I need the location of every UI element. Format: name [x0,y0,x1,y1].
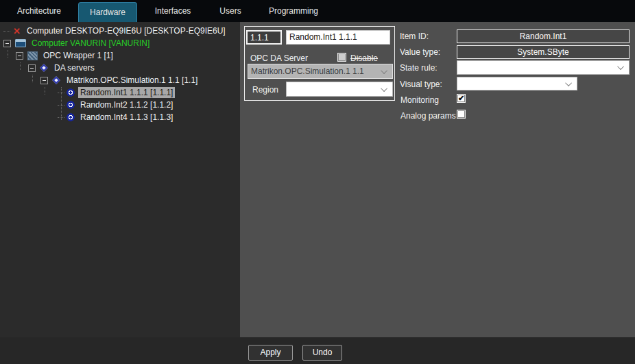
tree-item-label: Random.Int1 1.1.1 [1.1.1] [78,87,175,98]
main-tab-bar: Architecture Hardware Interfaces Users P… [0,0,635,22]
analog-params-checkbox[interactable] [457,110,466,119]
state-rule-label: State rule: [400,63,438,73]
region-dropdown[interactable] [286,82,393,97]
value-type-field[interactable]: System.SByte [457,45,630,59]
collapse-toggle-icon[interactable] [28,64,36,72]
tree-item-matrikon-server[interactable]: Matrikon.OPC.Simulation.1 1.1 [1.1] [0,74,240,86]
tree-item-da-servers[interactable]: DA servers [0,62,240,74]
diamond-icon [52,76,60,84]
item-id-label: Item ID: [400,32,429,41]
tab-interfaces[interactable]: Interfaces [137,0,208,22]
diamond-icon [40,64,47,71]
tree-connector [8,50,8,58]
tree-item-random-int1[interactable]: Random.Int1 1.1.1 [1.1.1] [0,86,240,99]
tree-item-opc-wrapper[interactable]: OPC Wrapper 1 [1] [0,49,240,62]
opc-configurator-window: Architecture Hardware Interfaces Users P… [0,0,635,364]
hardware-tree: Computer DESKTOP-EQ9IE6U [DESKTOP-EQ9IE6… [0,22,240,337]
opc-wrapper-icon [27,51,38,60]
tree-item-label: Computer DESKTOP-EQ9IE6U [DESKTOP-EQ9IE6… [25,25,228,36]
tree-connector [61,87,62,120]
tree-item-label: OPC Wrapper 1 [1] [41,50,115,61]
tag-bullseye-icon [67,113,75,121]
collapse-toggle-icon[interactable] [16,52,23,60]
action-bar: Apply Undo [0,337,635,364]
visual-type-dropdown[interactable] [457,77,577,90]
opc-da-server-dropdown[interactable]: Matrikon.OPC.Simulation.1 1.1 [248,64,393,79]
tree-item-label: Random.Int2 1.1.2 [1.1.2] [78,99,175,110]
opc-da-server-dropdown-value: Matrikon.OPC.Simulation.1 1.1 [251,66,383,76]
item-editor-panel: 1.1.1 Random.Int1 1.1.1 OPC DA Server Di… [240,22,635,337]
tree-item-label: DA servers [52,62,97,73]
disable-checkbox[interactable] [337,53,346,62]
tree-item-label: Matrikon.OPC.Simulation.1 1.1 [1.1] [64,75,200,86]
tab-programming[interactable]: Programming [252,0,335,22]
chevron-down-icon [565,80,572,86]
opc-da-server-label: OPC DA Server [250,53,308,63]
monitoring-checkbox[interactable] [457,94,466,103]
region-label: Region [252,85,278,95]
item-code-field[interactable]: 1.1.1 [246,30,282,45]
item-id-field[interactable]: Random.Int1 [457,29,630,43]
undo-button[interactable]: Undo [302,345,342,361]
tree-connector [3,31,10,32]
tab-hardware[interactable]: Hardware [78,2,137,22]
tab-architecture[interactable]: Architecture [0,0,78,22]
tree-item-random-int2[interactable]: Random.Int2 1.1.2 [1.1.2] [0,99,240,111]
tag-bullseye-icon [67,88,75,97]
state-rule-dropdown[interactable] [457,60,630,75]
tree-item-random-int4[interactable]: Random.Int4 1.1.3 [1.1.3] [0,111,240,123]
tree-connector [32,75,33,82]
collapse-toggle-icon[interactable] [40,77,48,84]
tab-users[interactable]: Users [208,0,252,22]
tree-item-computer-desktop[interactable]: Computer DESKTOP-EQ9IE6U [DESKTOP-EQ9IE6… [0,25,240,37]
monitoring-label: Monitoring [400,95,439,105]
item-address-groupbox: 1.1.1 Random.Int1 1.1.1 OPC DA Server Di… [244,26,395,101]
computer-monitor-icon [15,39,26,47]
tree-item-label: Random.Int4 1.1.3 [1.1.3] [78,112,175,123]
tree-connector [45,87,45,95]
chevron-down-icon [617,63,624,70]
collapse-toggle-icon[interactable] [3,40,11,47]
disable-label: Disable [350,53,378,63]
error-x-icon [12,27,21,36]
analog-params-label: Analog params [400,111,456,121]
visual-type-label: Visual type: [400,80,442,89]
apply-button[interactable]: Apply [248,345,293,361]
item-name-field[interactable]: Random.Int1 1.1.1 [286,30,390,45]
tree-item-computer-vanurin[interactable]: Computer VANURIN [VANURIN] [0,37,240,49]
tree-item-label: Computer VANURIN [VANURIN] [29,38,152,49]
chevron-down-icon [381,85,387,92]
tag-bullseye-icon [67,101,75,109]
value-type-label: Value type: [400,47,440,57]
tree-connector [20,62,21,70]
